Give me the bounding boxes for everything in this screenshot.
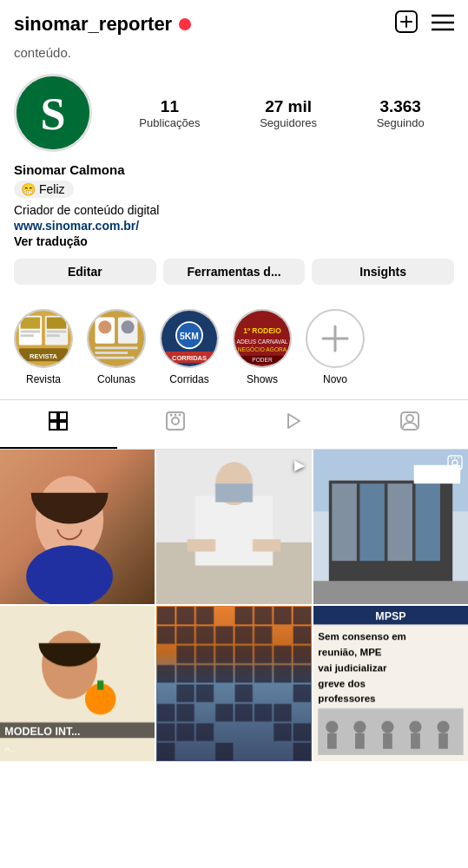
highlight-colunas[interactable]: Colunas xyxy=(87,309,146,385)
svg-rect-12 xyxy=(47,318,67,329)
stat-followers: 27 mil Seguidores xyxy=(260,97,317,129)
grid-item-2[interactable]: ▶ xyxy=(156,450,311,604)
stat-following: 3.363 Seguindo xyxy=(377,97,425,129)
svg-rect-40 xyxy=(49,412,57,420)
svg-rect-24 xyxy=(96,346,138,349)
play-icon-2: ▶ xyxy=(294,457,305,473)
tab-bar xyxy=(0,399,468,450)
tagged-icon xyxy=(399,411,420,437)
following-label: Seguindo xyxy=(377,116,425,129)
svg-marker-49 xyxy=(288,414,300,428)
tab-tagged[interactable] xyxy=(351,400,468,449)
reel-icon-3 xyxy=(447,455,463,473)
svg-point-51 xyxy=(406,415,413,422)
profile-bio: Criador de conteúdo digital xyxy=(14,203,454,217)
grid-item-3[interactable] xyxy=(313,450,468,604)
photo-grid: ▶ xyxy=(0,450,468,761)
svg-rect-41 xyxy=(59,412,67,420)
grid-photo-2 xyxy=(156,450,311,604)
highlight-label-revista: Revista xyxy=(26,373,61,385)
svg-rect-15 xyxy=(47,331,67,333)
header: sinomar_reporter xyxy=(0,0,468,45)
highlight-label-new: Novo xyxy=(323,373,347,385)
profile-top: S 11 Publicações 27 mil Seguidores 3.363… xyxy=(14,74,454,152)
following-count: 3.363 xyxy=(379,97,421,116)
highlight-circle-shows: 1º RODEIO ADEUS CARNAVAL NEGÓCIO AGORA P… xyxy=(233,309,292,368)
grid-item-4[interactable] xyxy=(0,606,155,760)
tools-button[interactable]: Ferramentas d... xyxy=(163,259,306,285)
svg-point-45 xyxy=(172,418,179,424)
grid-photo-5 xyxy=(156,606,311,760)
svg-point-55 xyxy=(454,457,456,459)
tab-grid[interactable] xyxy=(0,400,117,449)
notification-dot xyxy=(179,18,191,30)
add-post-icon[interactable] xyxy=(395,10,418,38)
username-display: sinomar_reporter xyxy=(14,13,191,36)
svg-rect-16 xyxy=(47,334,60,337)
svg-rect-13 xyxy=(21,331,41,333)
highlight-circle-corridas: 5KM CORRIDAS xyxy=(160,309,219,368)
svg-rect-43 xyxy=(59,422,67,430)
svg-point-56 xyxy=(458,457,459,459)
svg-point-23 xyxy=(122,320,135,333)
profile-name: Sinomar Calmona xyxy=(14,162,454,177)
mood-emoji: 😁 xyxy=(21,182,36,196)
svg-text:REVISTA: REVISTA xyxy=(30,352,58,360)
svg-rect-26 xyxy=(96,357,135,359)
reels-icon xyxy=(282,411,303,437)
highlight-label-colunas: Colunas xyxy=(97,373,135,385)
tab-reels[interactable] xyxy=(234,400,352,449)
svg-rect-14 xyxy=(21,334,34,337)
highlight-shows[interactable]: 1º RODEIO ADEUS CARNAVAL NEGÓCIO AGORA P… xyxy=(233,309,292,385)
publications-label: Publicações xyxy=(139,116,200,129)
grid-photo-6 xyxy=(313,606,468,760)
edit-button[interactable]: Editar xyxy=(14,259,156,285)
grid-item-1[interactable] xyxy=(0,450,155,604)
highlights-row: REVISTA Revista Colunas 5K xyxy=(0,309,468,399)
grid-photo-4 xyxy=(0,606,155,760)
svg-point-54 xyxy=(451,457,452,459)
username-text: sinomar_reporter xyxy=(14,13,172,36)
grid-photo-3 xyxy=(313,450,468,604)
svg-point-53 xyxy=(452,460,458,465)
insights-button[interactable]: Insights xyxy=(312,259,454,285)
svg-point-22 xyxy=(98,320,111,333)
svg-rect-25 xyxy=(96,352,129,354)
profile-link[interactable]: www.sinomar.com.br/ xyxy=(14,219,454,233)
grid-item-6[interactable] xyxy=(313,606,468,760)
action-buttons: Editar Ferramentas d... Insights xyxy=(14,259,454,285)
tab-reels-square[interactable] xyxy=(117,400,234,449)
highlight-circle-new xyxy=(306,309,365,368)
highlight-circle-revista: REVISTA xyxy=(14,309,73,368)
svg-text:S: S xyxy=(40,89,65,139)
grid-icon xyxy=(48,411,69,437)
header-actions xyxy=(395,10,454,38)
highlight-label-shows: Shows xyxy=(247,373,278,385)
profile-mood: 😁 Feliz xyxy=(14,181,74,198)
highlight-corridas[interactable]: 5KM CORRIDAS Corridas xyxy=(160,309,219,385)
profile-stats: 11 Publicações 27 mil Seguidores 3.363 S… xyxy=(109,97,454,129)
svg-point-47 xyxy=(175,414,177,417)
svg-text:PODER: PODER xyxy=(252,357,273,363)
svg-point-48 xyxy=(179,414,181,417)
highlight-new[interactable]: Novo xyxy=(306,309,365,385)
profile-translate[interactable]: Ver tradução xyxy=(14,234,454,248)
grid-item-5[interactable] xyxy=(156,606,311,760)
followers-count: 27 mil xyxy=(265,97,312,116)
reels-square-icon xyxy=(165,411,186,437)
svg-text:5KM: 5KM xyxy=(180,332,199,341)
highlight-revista[interactable]: REVISTA Revista xyxy=(14,309,73,385)
profile-section: S 11 Publicações 27 mil Seguidores 3.363… xyxy=(0,67,468,309)
highlight-circle-colunas xyxy=(87,309,146,368)
svg-point-46 xyxy=(170,414,173,417)
svg-rect-11 xyxy=(21,318,41,329)
svg-rect-42 xyxy=(49,422,57,430)
svg-text:CORRIDAS: CORRIDAS xyxy=(172,354,207,362)
svg-text:ADEUS CARNAVAL: ADEUS CARNAVAL xyxy=(237,339,288,345)
scroll-hint: conteúdo. xyxy=(0,45,468,67)
grid-photo-1 xyxy=(0,450,155,604)
publications-count: 11 xyxy=(161,97,179,116)
stat-publications: 11 Publicações xyxy=(139,97,200,129)
svg-text:NEGÓCIO AGORA: NEGÓCIO AGORA xyxy=(238,345,287,352)
menu-icon[interactable] xyxy=(432,12,454,36)
